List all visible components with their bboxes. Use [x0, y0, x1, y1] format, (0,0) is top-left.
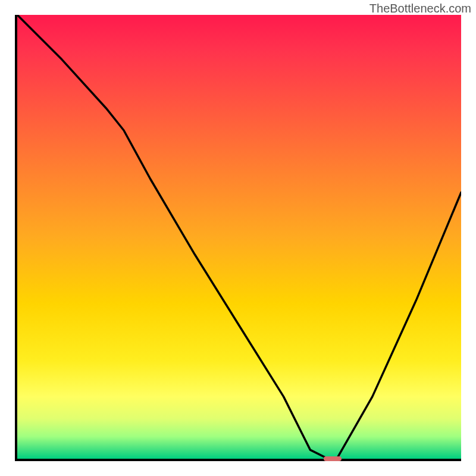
curve-svg — [17, 15, 461, 459]
watermark-text: TheBottleneck.com — [369, 2, 471, 15]
plot-area — [15, 15, 461, 461]
optimal-marker — [324, 456, 342, 462]
bottleneck-curve — [17, 15, 461, 459]
